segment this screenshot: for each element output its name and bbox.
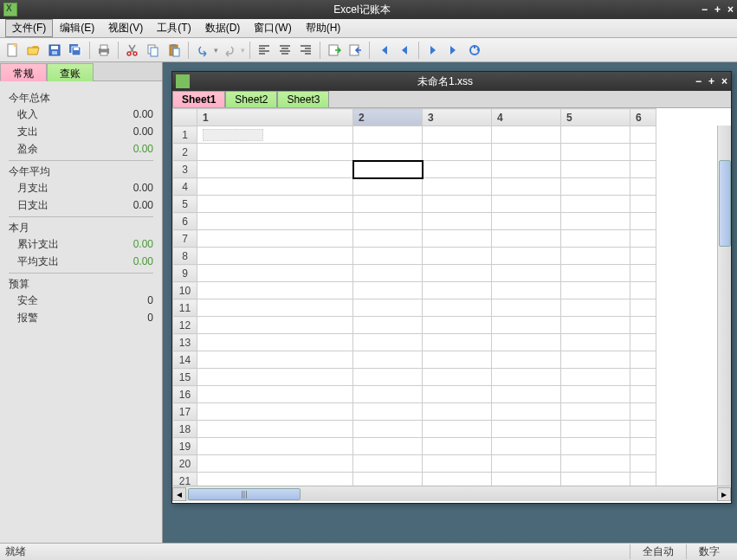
- cell[interactable]: [423, 473, 492, 486]
- row-header[interactable]: 16: [173, 386, 197, 403]
- row-header[interactable]: 4: [173, 178, 197, 196]
- cell[interactable]: [423, 421, 492, 438]
- cell[interactable]: [197, 248, 353, 265]
- sheet-tab-2[interactable]: Sheet2: [225, 91, 277, 107]
- cell[interactable]: [197, 213, 353, 230]
- copy-icon[interactable]: [144, 41, 163, 60]
- cell[interactable]: [197, 455, 353, 473]
- cell[interactable]: [561, 230, 630, 248]
- paste-icon[interactable]: [165, 41, 184, 60]
- row-header[interactable]: 12: [173, 317, 197, 334]
- cell[interactable]: [630, 421, 656, 438]
- align-left-icon[interactable]: [255, 41, 274, 60]
- cell[interactable]: [492, 386, 561, 403]
- cell[interactable]: [197, 386, 353, 403]
- column-header[interactable]: 3: [423, 109, 492, 126]
- column-header[interactable]: 5: [561, 109, 630, 126]
- cell[interactable]: [630, 178, 656, 196]
- cell[interactable]: [197, 126, 353, 144]
- cell[interactable]: [353, 455, 423, 473]
- cell[interactable]: [353, 161, 423, 178]
- cell[interactable]: [561, 248, 630, 265]
- cell[interactable]: [561, 161, 630, 178]
- cell[interactable]: [423, 438, 492, 455]
- cell[interactable]: [353, 299, 423, 317]
- cell[interactable]: [492, 144, 561, 161]
- cell[interactable]: [197, 317, 353, 334]
- row-header[interactable]: 2: [173, 144, 197, 161]
- cell[interactable]: [423, 455, 492, 473]
- cell[interactable]: [561, 438, 630, 455]
- cell[interactable]: [423, 126, 492, 144]
- cell[interactable]: [492, 282, 561, 299]
- row-header[interactable]: 19: [173, 438, 197, 455]
- cell[interactable]: [492, 248, 561, 265]
- cell[interactable]: [561, 196, 630, 213]
- cell[interactable]: [423, 248, 492, 265]
- cell[interactable]: [630, 351, 656, 369]
- cell[interactable]: [353, 248, 423, 265]
- row-header[interactable]: 20: [173, 455, 197, 473]
- column-header[interactable]: 2: [353, 109, 423, 126]
- cell[interactable]: [423, 178, 492, 196]
- nav-next-icon[interactable]: [423, 41, 443, 60]
- cell[interactable]: [197, 473, 353, 486]
- doc-maximize-button[interactable]: +: [708, 75, 714, 87]
- row-header[interactable]: 21: [173, 473, 197, 486]
- save-all-icon[interactable]: [66, 41, 85, 60]
- print-icon[interactable]: [94, 41, 113, 60]
- menu-view[interactable]: 视图(V): [101, 19, 150, 37]
- column-header[interactable]: 1: [197, 109, 353, 126]
- cell[interactable]: [492, 230, 561, 248]
- menu-data[interactable]: 数据(D): [198, 19, 248, 37]
- cell[interactable]: [561, 144, 630, 161]
- save-icon[interactable]: [45, 41, 64, 60]
- cell[interactable]: [423, 213, 492, 230]
- cell[interactable]: [197, 196, 353, 213]
- cell[interactable]: [561, 386, 630, 403]
- cell[interactable]: [353, 196, 423, 213]
- row-header[interactable]: 8: [173, 248, 197, 265]
- cell[interactable]: [561, 351, 630, 369]
- cell[interactable]: [630, 248, 656, 265]
- cell[interactable]: [353, 230, 423, 248]
- menu-tools[interactable]: 工具(T): [150, 19, 197, 37]
- cell[interactable]: [561, 403, 630, 421]
- redo-icon[interactable]: [220, 41, 239, 60]
- menu-file[interactable]: 文件(F): [5, 19, 53, 37]
- cell[interactable]: [423, 282, 492, 299]
- cell[interactable]: [630, 230, 656, 248]
- cell[interactable]: [492, 196, 561, 213]
- sheet-tab-1[interactable]: Sheet1: [172, 91, 225, 107]
- undo-dropdown-icon[interactable]: ▾: [214, 46, 218, 55]
- cell[interactable]: [492, 473, 561, 486]
- cell[interactable]: [353, 126, 423, 144]
- row-header[interactable]: 3: [173, 161, 197, 178]
- cell[interactable]: [353, 351, 423, 369]
- cell[interactable]: [492, 213, 561, 230]
- cell[interactable]: [561, 299, 630, 317]
- cell[interactable]: [423, 161, 492, 178]
- cell[interactable]: [630, 386, 656, 403]
- menu-edit[interactable]: 编辑(E): [53, 19, 101, 37]
- nav-prev-icon[interactable]: [395, 41, 414, 60]
- cell[interactable]: [561, 455, 630, 473]
- cell[interactable]: [630, 317, 656, 334]
- cell[interactable]: [197, 438, 353, 455]
- cell[interactable]: [197, 403, 353, 421]
- cell[interactable]: [492, 334, 561, 351]
- refresh-icon[interactable]: [465, 41, 484, 60]
- cell[interactable]: [630, 403, 656, 421]
- cell[interactable]: [630, 438, 656, 455]
- cell[interactable]: [492, 403, 561, 421]
- cell[interactable]: [197, 299, 353, 317]
- menu-window[interactable]: 窗口(W): [247, 19, 298, 37]
- redo-dropdown-icon[interactable]: ▾: [241, 46, 245, 55]
- cell[interactable]: [353, 282, 423, 299]
- column-header[interactable]: 6: [630, 109, 656, 126]
- undo-icon[interactable]: [193, 41, 212, 60]
- align-right-icon[interactable]: [296, 41, 315, 60]
- new-icon[interactable]: [3, 41, 23, 60]
- row-header[interactable]: 5: [173, 196, 197, 213]
- cell[interactable]: [630, 126, 656, 144]
